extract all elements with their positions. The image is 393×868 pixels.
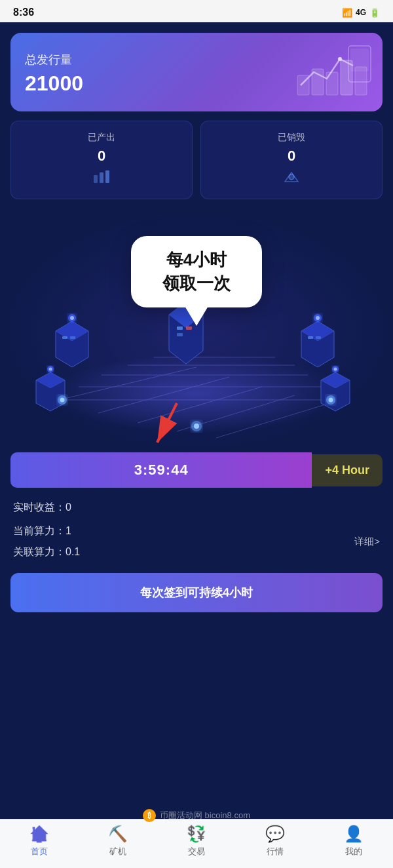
stat-icon-destroyed	[282, 170, 301, 188]
stat-label-produced: 已产出	[88, 132, 115, 144]
wifi-icon: 📶	[342, 8, 352, 18]
svg-point-53	[60, 398, 65, 403]
svg-point-38	[49, 368, 52, 371]
checkin-button[interactable]: 每次签到可持续4小时	[10, 573, 383, 612]
nav-label-trade: 交易	[188, 846, 205, 858]
stats-row: 已产出 0 已销毁 0	[10, 121, 383, 199]
mining-area: 每4小时 领取一次	[0, 210, 393, 452]
svg-rect-10	[105, 170, 109, 183]
svg-rect-7	[350, 49, 369, 71]
nav-item-profile[interactable]: 👤 我的	[328, 825, 380, 858]
stat-card-destroyed: 已销毁 0	[200, 121, 383, 199]
trade-icon: 💱	[187, 825, 206, 843]
nav-item-miner[interactable]: ⛏️ 矿机	[92, 825, 144, 858]
svg-rect-45	[177, 326, 183, 330]
timer-display: 3:59:44	[10, 452, 312, 488]
watermark-text: 币圈活动网 bicoin8.com	[160, 810, 250, 821]
home-icon: 🏠	[29, 825, 49, 843]
stat-icon-produced	[92, 170, 111, 188]
realtime-income-row: 实时收益：0	[13, 497, 380, 518]
svg-point-34	[316, 316, 320, 320]
svg-point-11	[289, 174, 294, 180]
speech-bubble-line1: 每4小时 领取一次	[149, 248, 244, 296]
timer-row[interactable]: 3:59:44 +4 Hour	[10, 452, 383, 488]
stat-card-produced: 已产出 0	[10, 121, 193, 199]
nav-item-home[interactable]: 🏠 首页	[13, 825, 66, 858]
miner-icon: ⛏️	[108, 825, 128, 843]
realtime-income-label: 实时收益：0	[13, 497, 71, 518]
svg-point-55	[329, 398, 333, 403]
svg-rect-26	[70, 336, 75, 339]
nav-item-market[interactable]: 💬 行情	[249, 825, 301, 858]
info-section: 实时收益：0 当前算力：1 关联算力：0.1 详细>	[13, 497, 380, 562]
power-info: 当前算力：1 关联算力：0.1	[13, 521, 80, 562]
hero-card: 总发行量 21000	[10, 33, 383, 111]
svg-rect-46	[186, 326, 192, 330]
nav-item-trade[interactable]: 💱 交易	[170, 825, 223, 858]
stat-label-destroyed: 已销毁	[278, 132, 305, 144]
current-power: 当前算力：1	[13, 521, 80, 542]
hero-decoration	[291, 39, 376, 105]
svg-rect-25	[62, 336, 67, 339]
watermark-coin-icon: ₿	[143, 809, 156, 822]
battery-icon: 🔋	[369, 8, 380, 18]
stat-value-produced: 0	[98, 148, 105, 165]
svg-rect-31	[308, 336, 313, 339]
decoration-svg	[291, 39, 376, 105]
details-link[interactable]: 详细>	[354, 532, 380, 551]
nav-label-market: 行情	[267, 846, 284, 858]
linked-power: 关联算力：0.1	[13, 542, 80, 562]
speech-bubble: 每4小时 领取一次	[131, 236, 262, 307]
svg-rect-8	[94, 175, 98, 183]
power-row: 当前算力：1 关联算力：0.1 详细>	[13, 521, 380, 562]
bottom-nav: 🏠 首页 ⛏️ 矿机 💱 交易 💬 行情 👤 我的	[0, 819, 393, 868]
watermark: ₿ 币圈活动网 bicoin8.com	[143, 809, 250, 822]
status-bar: 8:36 📶 4G 🔋	[0, 0, 393, 22]
svg-rect-2	[312, 69, 324, 95]
svg-point-28	[70, 316, 74, 320]
profile-icon: 👤	[344, 825, 364, 843]
svg-point-42	[334, 368, 337, 371]
nav-label-home: 首页	[31, 846, 48, 858]
svg-rect-1	[297, 75, 309, 95]
nav-label-miner: 矿机	[109, 846, 126, 858]
market-icon: 💬	[265, 825, 285, 843]
timer-plus-button[interactable]: +4 Hour	[312, 454, 383, 486]
main-content: 8:36 📶 4G 🔋 总发行量 21000	[0, 0, 393, 704]
svg-rect-9	[100, 172, 103, 183]
signal-icon: 4G	[356, 8, 366, 17]
svg-point-51	[194, 424, 199, 429]
svg-rect-47	[177, 333, 183, 336]
svg-rect-32	[316, 336, 321, 339]
svg-rect-3	[326, 72, 338, 95]
nav-label-profile: 我的	[345, 846, 362, 858]
stat-value-destroyed: 0	[288, 148, 295, 165]
status-time: 8:36	[13, 7, 34, 18]
status-icons: 📶 4G 🔋	[342, 8, 380, 18]
